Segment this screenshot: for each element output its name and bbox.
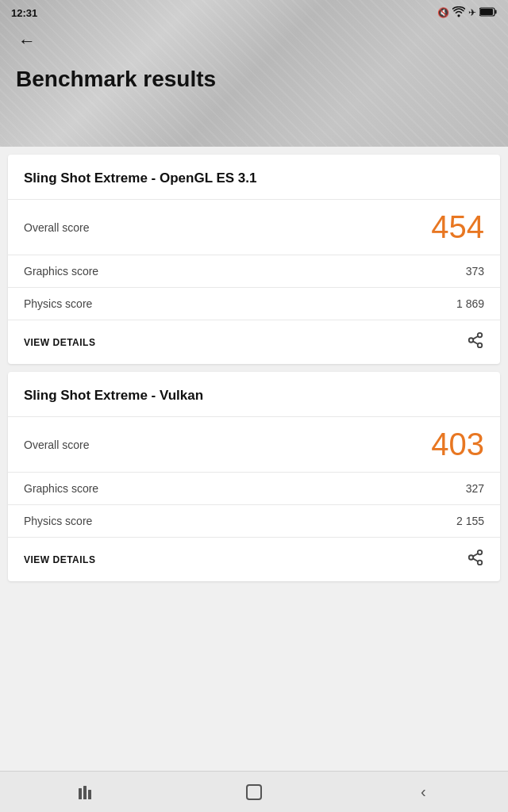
svg-point-10 — [478, 561, 483, 565]
recent-apps-button[interactable] — [61, 778, 109, 806]
vulkan-overall-label: Overall score — [24, 439, 89, 451]
opengl-overall-label: Overall score — [24, 221, 89, 234]
svg-line-11 — [473, 558, 478, 561]
opengl-graphics-row: Graphics score 373 — [8, 255, 500, 287]
vulkan-physics-label: Physics score — [24, 515, 92, 527]
svg-point-4 — [469, 338, 474, 343]
battery-icon — [479, 7, 497, 19]
svg-rect-2 — [480, 9, 493, 15]
svg-point-5 — [478, 343, 483, 348]
opengl-card-title: Sling Shot Extreme - OpenGL ES 3.1 — [8, 155, 500, 199]
svg-point-3 — [478, 333, 483, 338]
svg-rect-1 — [495, 10, 497, 13]
opengl-physics-row: Physics score 1 869 — [8, 287, 500, 320]
airplane-icon: ✈ — [468, 7, 476, 18]
page-title: Benchmark results — [16, 67, 508, 92]
svg-line-6 — [473, 341, 478, 344]
vulkan-card-title: Sling Shot Extreme - Vulkan — [8, 372, 500, 416]
svg-point-8 — [478, 550, 483, 555]
svg-rect-15 — [88, 790, 91, 799]
vulkan-graphics-value: 327 — [466, 482, 484, 495]
back-arrow-icon: ← — [18, 33, 36, 50]
opengl-graphics-label: Graphics score — [24, 265, 98, 278]
opengl-physics-value: 1 869 — [456, 297, 484, 310]
opengl-overall-value: 454 — [431, 209, 484, 245]
back-nav-icon: ‹ — [421, 783, 426, 801]
svg-rect-13 — [79, 788, 82, 799]
opengl-physics-label: Physics score — [24, 297, 92, 310]
svg-point-9 — [469, 555, 474, 560]
home-square-icon — [246, 784, 262, 800]
vulkan-card: Sling Shot Extreme - Vulkan Overall scor… — [8, 372, 500, 581]
back-nav-button[interactable]: ‹ — [399, 778, 447, 806]
vulkan-graphics-label: Graphics score — [24, 482, 98, 495]
opengl-overall-row: Overall score 454 — [8, 199, 500, 255]
bottom-nav-bar: ‹ — [0, 771, 508, 812]
opengl-share-icon[interactable] — [467, 331, 484, 353]
opengl-card-actions: VIEW DETAILS — [8, 320, 500, 364]
mute-icon: 🔇 — [437, 7, 449, 18]
status-icons: 🔇 ✈ — [437, 6, 497, 20]
opengl-card: Sling Shot Extreme - OpenGL ES 3.1 Overa… — [8, 155, 500, 364]
vulkan-graphics-row: Graphics score 327 — [8, 472, 500, 504]
opengl-view-details-button[interactable]: VIEW DETAILS — [24, 337, 95, 348]
content-area: Sling Shot Extreme - OpenGL ES 3.1 Overa… — [0, 147, 508, 589]
vulkan-share-icon[interactable] — [467, 549, 484, 570]
vulkan-card-actions: VIEW DETAILS — [8, 537, 500, 581]
svg-rect-14 — [83, 786, 87, 799]
status-time: 12:31 — [11, 7, 37, 19]
vulkan-physics-value: 2 155 — [456, 515, 484, 527]
home-button[interactable] — [230, 778, 278, 806]
vulkan-physics-row: Physics score 2 155 — [8, 504, 500, 537]
opengl-graphics-value: 373 — [466, 265, 484, 278]
vulkan-overall-value: 403 — [431, 427, 484, 462]
vulkan-view-details-button[interactable]: VIEW DETAILS — [24, 554, 95, 565]
svg-line-12 — [473, 553, 478, 557]
svg-line-7 — [473, 336, 478, 339]
vulkan-overall-row: Overall score 403 — [8, 416, 500, 472]
status-bar: 12:31 🔇 ✈ — [0, 0, 508, 24]
wifi-icon — [452, 6, 465, 20]
back-button[interactable]: ← — [13, 27, 41, 56]
